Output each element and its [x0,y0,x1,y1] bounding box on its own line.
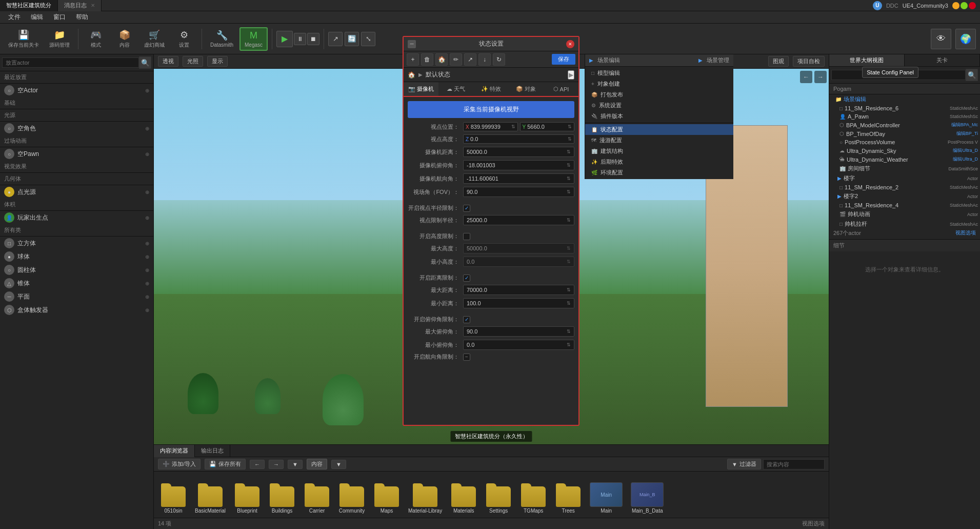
min-pitch-input[interactable]: 0.0 ⇅ [463,340,574,350]
toolbar-datasmith[interactable]: 🔧 Datasmith [206,28,237,50]
max-pitch-input[interactable]: 90.0 ⇅ [463,326,574,337]
transform-scale[interactable]: ⤡ [361,32,375,46]
menu-help[interactable]: 帮助 [72,12,92,23]
folder-trees[interactable]: Trees [553,484,584,516]
title-tab-log[interactable]: 消息日志 ✕ [58,0,102,11]
outliner-a-pawn[interactable]: 👤 A_Pawn StaticMeshSc [829,112,980,121]
project-check-button[interactable]: 项目自检 [793,56,825,67]
toolbar-megasc[interactable]: M Megasc [239,27,268,51]
folder-community[interactable]: Community [336,484,367,516]
sidebar-item-player-start[interactable]: 👤 玩家出生点 ⊕ [0,211,153,224]
camera-yaw-spin[interactable]: ⇅ [567,176,571,181]
outliner-postprocess[interactable]: ○ PostProcessVolume PostProcess V [829,138,980,146]
sidebar-item-cylinder[interactable]: ○ 圆柱体 ⊕ [0,263,153,277]
modal-delete-btn[interactable]: 🗑 [421,53,433,66]
enable-pitch-limit-checkbox[interactable] [463,316,470,323]
view-options[interactable]: 视图选项 [955,229,976,237]
title-tab-main[interactable]: 智慧社区建筑统分 [0,0,58,11]
max-distance-input[interactable]: 70000.0 ⇅ [463,285,574,295]
modal-tab-objects[interactable]: 📦 对象 [509,82,544,96]
sidebar-item-sphere[interactable]: ● 球体 ⊕ [0,250,153,263]
viewport-nav-1[interactable]: ← [800,71,812,83]
max-height-spin[interactable]: ⇅ [567,246,571,251]
menu-window[interactable]: 窗口 [49,12,70,23]
outliner-tab[interactable]: 世界大纲视图 [829,54,905,66]
sidebar-item-plane[interactable]: ─ 平面 ⊕ [0,290,153,303]
nav-forward-button[interactable]: → [269,460,284,469]
folder-materials[interactable]: Materials [448,484,479,516]
modal-tab-api[interactable]: ⬡ API [544,82,578,96]
modal-state-nav-button[interactable]: ▶ [568,70,574,80]
viewport-nav-2[interactable]: → [814,71,827,83]
modal-minimize-button[interactable]: ─ [408,40,416,48]
modal-close-button[interactable]: ✕ [566,40,574,48]
outliner-ultra-sky[interactable]: ☁ Ultra_Dynamic_Sky 编辑Ultra_D [829,146,980,155]
modal-tab-weather[interactable]: ☁ 天气 [438,82,473,96]
modal-tab-camera[interactable]: 📷 摄像机 [404,82,438,96]
folder-basicmaterial[interactable]: BasicMaterial [193,484,228,516]
toolbar-content[interactable]: 📦 内容 [111,27,138,51]
folder-carrier[interactable]: Carrier [302,484,332,516]
maximize-button[interactable] [961,2,968,9]
outliner-scene-edit[interactable]: 📁 场景编辑 [829,94,980,104]
modal-arrow-btn[interactable]: ↗ [464,53,476,66]
outliner-sm-residence4[interactable]: □ 11_SM_Residence_4 StaticMeshAc [829,201,980,209]
enable-yaw-limit-checkbox[interactable] [463,354,470,361]
camera-pitch-spin[interactable]: ⇅ [567,163,571,168]
menu-file[interactable]: 文件 [4,12,25,23]
outliner-search-input[interactable] [831,70,966,80]
modal-add-btn[interactable]: + [407,53,419,66]
folder-buildings[interactable]: Buildings [267,484,297,516]
outliner-sm-residence6[interactable]: □ 11_SM_Residence_6 StaticMeshAc [829,104,980,112]
modal-home-btn[interactable]: 🏠 [435,53,448,66]
outliner-bpa-modelcontroller[interactable]: ⬡ BPA_ModelController 编辑BPA_Mc [829,121,980,129]
sidebar-search-input[interactable] [2,57,139,68]
nav-back-button[interactable]: ← [250,460,265,469]
view-scene-button[interactable]: 图观 [768,56,789,67]
outliner-search-button[interactable]: 🔍 [966,69,978,81]
toolbar-settings[interactable]: ⚙ 设置 [171,27,197,51]
sidebar-item-empty-character[interactable]: ○ 空角色 ⊕ [0,122,153,135]
view-height-z-input[interactable]: Z 0.0 ⇅ [463,134,574,144]
min-distance-input[interactable]: 100.0 ⇅ [463,298,574,308]
lit-button[interactable]: 光照 [183,56,203,67]
min-distance-spin[interactable]: ⇅ [567,301,571,306]
outliner-bp-timeofday[interactable]: ⬡ BP_TimeOfDay 编辑BP_Ti [829,129,980,138]
content-dropdown[interactable]: ▼ [331,460,346,469]
view-options-label[interactable]: 视图选项 [802,520,825,527]
sidebar-item-point-light[interactable]: ● 点光源 ⊕ [0,185,153,199]
menu-edit[interactable]: 编辑 [27,12,47,23]
fov-spin[interactable]: ⇅ [567,189,571,194]
max-height-input[interactable]: 50000.0 ⇅ [463,243,574,253]
sidebar-item-box-trigger[interactable]: ⬡ 盒体触发器 ⊕ [0,303,153,317]
modal-down-btn[interactable]: ↓ [478,53,491,66]
view-position-y-input[interactable]: Y 5660.0 ⇅ [520,122,575,131]
title-tab-close[interactable]: ✕ [91,3,95,8]
transform-rotate[interactable]: 🔄 [345,32,359,46]
camera-icon[interactable]: 👁 [931,29,951,49]
levels-tab[interactable]: 关卡 [905,54,980,66]
transform-translate[interactable]: ↗ [328,32,343,46]
toolbar-save[interactable]: 💾 保存当前关卡 [4,27,43,51]
modal-edit-btn[interactable]: ✏ [450,53,462,66]
folder-tgmaps[interactable]: TGMaps [518,484,549,516]
enable-distance-limit-checkbox[interactable] [463,275,470,282]
folder-blueprint[interactable]: Blueprint [232,484,263,516]
play-button[interactable]: ▶ [276,31,293,47]
view-limit-radius-input[interactable]: 25000.0 ⇅ [463,215,574,225]
camera-distance-spin[interactable]: ⇅ [567,149,571,154]
view-limit-radius-spin[interactable]: ⇅ [567,218,571,223]
show-button[interactable]: 显示 [207,56,228,67]
outliner-sm-residence2[interactable]: □ 11_SM_Residence_2 StaticMeshAc [829,183,980,191]
y-spin-icon[interactable]: ⇅ [568,124,572,129]
outliner-room-detail[interactable]: 🏢 房间细节 DataSmithSce [829,164,980,173]
max-distance-spin[interactable]: ⇅ [567,287,571,292]
enable-radius-limit-checkbox[interactable] [463,205,470,212]
folder-material-libray[interactable]: Material-Libray [406,484,444,516]
min-height-spin[interactable]: ⇅ [567,259,571,264]
toolbar-marketplace[interactable]: 🛒 虚幻商城 [140,27,169,51]
camera-yaw-input[interactable]: -111.600601 ⇅ [463,173,574,184]
folder-maps[interactable]: Maps [371,484,402,516]
close-button[interactable] [969,2,976,9]
min-height-input[interactable]: 0.0 ⇅ [463,257,574,267]
